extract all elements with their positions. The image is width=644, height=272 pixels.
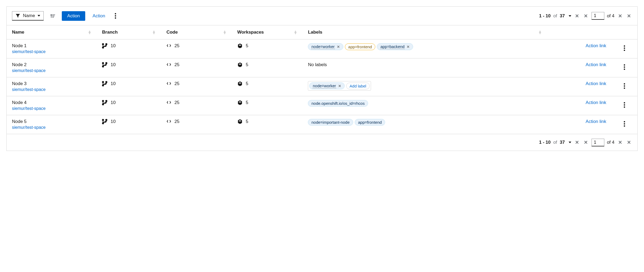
node-link[interactable]: siemur/test-space [12,87,46,92]
col-header-name[interactable]: Name ▲▼ [7,25,97,39]
sort-indicator-icon: ▲▼ [152,30,156,34]
cell-labels: node=important-nodeapp=frontend [303,115,547,134]
cell-workspaces: 5 [232,77,303,96]
pagination-prev-icon[interactable]: ✕ [583,12,589,20]
pagination-next-icon[interactable]: ✕ [617,138,623,146]
branch-value: 10 [111,62,116,67]
filter-icon [15,13,20,18]
cell-branch: 10 [97,77,161,96]
toolbar-kebab-menu[interactable] [113,11,118,21]
pagination-next-icon[interactable]: ✕ [617,12,623,20]
label-chip[interactable]: node=worker✕ [308,43,343,50]
action-primary-button[interactable]: Action [62,11,85,21]
sort-icon [50,14,55,18]
cell-workspaces: 5 [232,115,303,134]
label-chip[interactable]: node=worker✕ [309,82,344,89]
workspaces-value: 5 [246,62,248,67]
node-link[interactable]: siemur/test-space [12,49,46,54]
col-header-code[interactable]: Code ▲▼ [161,25,232,39]
branch-value: 10 [111,119,116,124]
cell-name: Node 1siemur/test-space [7,39,97,58]
col-header-workspaces[interactable]: Workspaces ▲▼ [232,25,303,39]
node-link[interactable]: siemur/test-space [12,125,46,130]
items-per-page-caret-icon[interactable] [569,142,571,143]
workspaces-value: 5 [246,100,248,105]
node-link[interactable]: siemur/test-space [12,106,46,111]
items-per-page-caret-icon[interactable] [569,15,571,17]
row-action-link[interactable]: Action link [547,96,612,115]
node-name: Node 4 [12,100,91,105]
label-text: node.openshift.io/os_id=rhcos [311,101,365,106]
labels-group: node=worker✕app=frontendapp=backend✕ [308,43,542,50]
node-name: Node 5 [12,119,91,124]
chip-remove-icon[interactable]: ✕ [337,45,340,49]
labels-group: node.openshift.io/os_id=rhcos [308,100,542,107]
page-number-input[interactable] [592,139,604,146]
cell-workspaces: 5 [232,39,303,58]
code-value: 25 [174,119,180,124]
labels-editor: node=worker✕Add label [308,81,371,91]
pagination-range: 1 - 10 [539,13,551,19]
row-action-link[interactable]: Action link [547,115,612,134]
pagination-prev-icon[interactable]: ✕ [583,138,589,146]
node-link[interactable]: siemur/test-space [12,68,46,73]
cell-code: 25 [161,58,232,77]
branch-icon [102,62,107,67]
sort-indicator-icon: ▲▼ [223,30,227,34]
cell-labels: node=worker✕Add label [303,77,547,96]
label-chip[interactable]: app=frontend [355,119,385,126]
branch-value: 10 [111,100,116,105]
cell-branch: 10 [97,58,161,77]
col-header-branch[interactable]: Branch ▲▼ [97,25,161,39]
row-kebab-menu[interactable] [617,43,632,53]
row-kebab-menu[interactable] [617,62,632,72]
label-chip[interactable]: app=frontend [345,43,376,50]
code-value: 25 [174,43,180,49]
footer: 1 - 10 of 37 ✕ ✕ of 4 ✕ ✕ [7,134,637,151]
cube-icon [237,62,243,67]
pagination-bottom: 1 - 10 of 37 ✕ ✕ of 4 ✕ ✕ [539,138,632,146]
col-header-labels[interactable]: Labels ▲▼ [303,25,547,39]
row-kebab-menu[interactable] [617,119,632,129]
label-text: node=worker [313,83,336,88]
row-action-link[interactable]: Action link [547,58,612,77]
label-chip[interactable]: node.openshift.io/os_id=rhcos [308,100,368,107]
branch-icon [102,100,107,105]
col-header-kebab [612,25,637,39]
label-chip[interactable]: node=important-node [308,119,353,126]
sort-button[interactable] [48,11,58,21]
cell-labels: node=worker✕app=frontendapp=backend✕ [303,39,547,58]
cell-name: Node 2siemur/test-space [7,58,97,77]
add-label-button[interactable]: Add label [346,83,370,89]
pagination-last-icon[interactable]: ✕ [626,138,632,146]
sort-indicator-icon: ▲▼ [538,30,542,34]
row-kebab-menu[interactable] [617,81,632,91]
action-secondary-button[interactable]: Action [89,11,108,21]
pagination-of: of [553,13,557,19]
sort-indicator-icon: ▲▼ [294,30,297,34]
node-name: Node 1 [12,43,91,49]
data-table: Name ▲▼ Branch ▲▼ Code ▲▼ [7,25,637,134]
chip-remove-icon[interactable]: ✕ [338,84,341,88]
caret-down-icon [38,15,40,17]
code-value: 25 [174,62,180,67]
label-chip[interactable]: app=backend✕ [377,43,413,50]
chip-remove-icon[interactable]: ✕ [407,45,410,49]
branch-icon [102,43,107,49]
col-header-action [547,25,612,39]
pagination-last-icon[interactable]: ✕ [626,12,632,20]
row-kebab-menu[interactable] [617,100,632,110]
page-number-input[interactable] [592,12,604,20]
row-action-link[interactable]: Action link [547,77,612,96]
code-value: 25 [174,100,180,105]
filter-dropdown[interactable]: Name [12,11,44,21]
cell-name: Node 3siemur/test-space [7,77,97,96]
cell-labels: No labels [303,58,547,77]
node-name: Node 3 [12,81,91,86]
pagination-total: 37 [560,13,565,19]
pagination-first-icon[interactable]: ✕ [574,12,580,20]
pagination-first-icon[interactable]: ✕ [574,138,580,146]
sort-indicator-icon: ▲▼ [88,30,91,34]
row-action-link[interactable]: Action link [547,39,612,58]
data-table-container: Name Action Action 1 - 10 of 37 ✕ ✕ of 4… [6,6,638,151]
